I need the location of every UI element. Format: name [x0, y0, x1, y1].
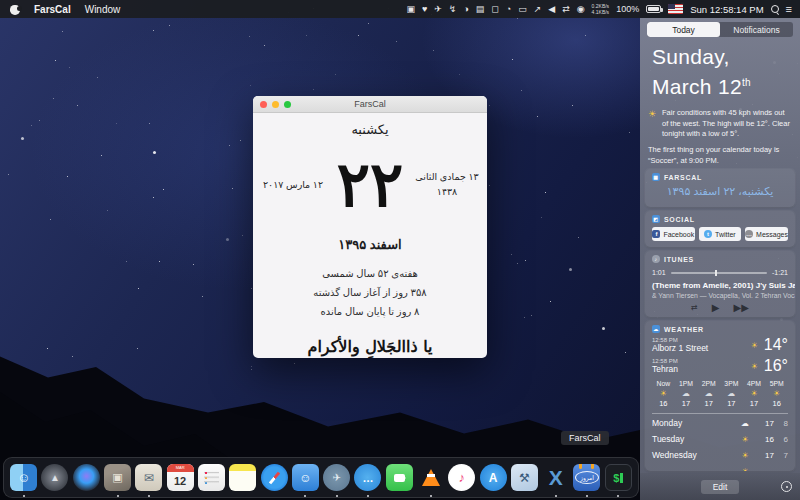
- itunes-progress-bar[interactable]: [671, 272, 767, 274]
- location-icon[interactable]: ↗: [534, 0, 542, 18]
- launchpad-icon: ▲: [41, 464, 68, 491]
- apple-menu-icon[interactable]: [10, 3, 20, 15]
- display-airplay-icon[interactable]: ▭: [518, 0, 527, 18]
- today-date-heading: Sunday, March 12th: [652, 44, 751, 100]
- heart-app-icon[interactable]: ♥: [422, 0, 427, 18]
- messages-icon: …: [745, 230, 753, 238]
- window-titlebar[interactable]: FarsCal: [253, 96, 487, 113]
- dock-item-facetime[interactable]: [385, 462, 414, 494]
- edit-button[interactable]: Edit: [701, 480, 740, 494]
- facebook-share-button[interactable]: fFacebook: [652, 227, 695, 241]
- itunes-progress-thumb[interactable]: [715, 270, 717, 276]
- location-temp: 16°: [764, 357, 788, 375]
- location-name: Alborz 1 Street: [652, 343, 751, 353]
- weather-location-row[interactable]: 12:58 PM Alborz 1 Street ☀ 14°: [652, 336, 788, 354]
- dock-tooltip: FarsCal: [561, 431, 609, 445]
- zoom-button[interactable]: [284, 101, 291, 108]
- dock-item-siri[interactable]: [72, 462, 101, 494]
- dock-item-mail[interactable]: ✉: [134, 462, 163, 494]
- weather-widget: ☁ WEATHER 12:58 PM Alborz 1 Street ☀ 14°…: [645, 321, 795, 471]
- itunes-track-subtitle: & Yann Tiersen — Vocapella, Vol. 2 Tehra…: [652, 292, 788, 299]
- battery-icon[interactable]: [646, 5, 661, 13]
- menu-clock[interactable]: Sun 12:58:14 PM: [690, 4, 763, 15]
- dock-item-xcode[interactable]: ⚒: [510, 462, 539, 494]
- dock-item-notes[interactable]: [228, 462, 257, 494]
- spotlight-search-icon[interactable]: [771, 5, 779, 13]
- weather-location-row[interactable]: 12:58 PM Tehran ☀ 16°: [652, 357, 788, 375]
- dock-item-cube-app[interactable]: ▣: [103, 462, 132, 494]
- dock-item-itunes[interactable]: ♪: [447, 462, 476, 494]
- notification-center-icon[interactable]: ≡: [786, 3, 792, 15]
- box-app-icon[interactable]: ▣: [406, 0, 415, 18]
- eye-icon[interactable]: ◉: [577, 0, 585, 18]
- social-widget-header: SOCIAL: [664, 216, 695, 223]
- dock-item-finder[interactable]: ☺: [9, 462, 38, 494]
- facetime-icon: [386, 464, 413, 491]
- play-icon[interactable]: ▶: [712, 302, 720, 313]
- dock-item-telegram[interactable]: ✈: [322, 462, 351, 494]
- calendar-icon: MAR12: [167, 464, 194, 491]
- fast-forward-icon[interactable]: ▶▶: [734, 302, 749, 313]
- tab-notifications[interactable]: Notifications: [720, 22, 793, 37]
- menu-window[interactable]: Window: [85, 4, 121, 15]
- close-button[interactable]: [260, 101, 267, 108]
- notes-icon: [229, 464, 256, 491]
- dock-item-twitter-app[interactable]: ☺: [291, 462, 320, 494]
- social-widget: ◩ SOCIAL fFacebooktTwitter…Messages: [645, 211, 795, 247]
- social-widget-icon: ◩: [652, 215, 660, 223]
- dock-item-finance-app[interactable]: $: [604, 462, 633, 494]
- dock-item-safari[interactable]: [260, 462, 289, 494]
- contrast-icon[interactable]: ◑: [463, 0, 468, 18]
- twitter-share-button[interactable]: tTwitter: [699, 227, 742, 241]
- dock-item-calendar[interactable]: MAR12: [166, 462, 195, 494]
- hourly-forecast-column: Now☀16: [652, 380, 675, 408]
- sun-icon: ☀: [751, 362, 758, 371]
- dock-item-visual-studio[interactable]: X: [541, 462, 570, 494]
- cube-app-icon: ▣: [104, 464, 131, 491]
- location-name: Tehran: [652, 364, 751, 374]
- clipboard-icon[interactable]: ▤: [476, 0, 485, 18]
- dock-item-app-store[interactable]: A: [479, 462, 508, 494]
- days-passed-line: ۳۵۸ روز از آغاز سال گذشته: [253, 283, 487, 302]
- bag-icon[interactable]: ◻: [491, 0, 498, 18]
- minimize-button[interactable]: [272, 101, 279, 108]
- dock-item-reminders[interactable]: [197, 462, 226, 494]
- network-speed-indicator[interactable]: 0.2KB/s4.1KB/s: [592, 3, 610, 15]
- clock-app-icon[interactable]: ◔: [506, 0, 511, 18]
- daily-forecast-row: Tuesday☀ 166: [652, 431, 788, 447]
- dock-item-launchpad[interactable]: ▲: [40, 462, 69, 494]
- cloud-icon: ☁: [732, 419, 758, 428]
- weather-summary: ☀ Fair conditions with 45 kph winds out …: [648, 108, 792, 140]
- farscal-widget[interactable]: ▦ FARSCAL یکشنبه، ۲۲ اسفند ۱۳۹۵: [645, 169, 795, 207]
- reminders-icon: [198, 464, 225, 491]
- siri-icon: [73, 464, 100, 491]
- dock-item-vlc[interactable]: [416, 462, 445, 494]
- finance-app-icon: $: [605, 464, 632, 491]
- calligraphy-text: یا ذاالجَلالِ والأکرام: [253, 337, 487, 356]
- notification-center-footer: Edit: [640, 473, 800, 500]
- day-number: ۲۲: [337, 154, 404, 216]
- facebook-icon: f: [652, 230, 660, 238]
- messages-share-button[interactable]: …Messages: [745, 227, 788, 241]
- input-language-flag-icon[interactable]: [668, 4, 683, 14]
- plane-app-icon[interactable]: ✈: [434, 0, 442, 18]
- sun-icon: ☀: [732, 467, 758, 472]
- twitter-app-icon: ☺: [292, 464, 319, 491]
- shuffle-icon[interactable]: ⇄: [691, 303, 698, 312]
- notification-center-panel: Today Notifications Sunday, March 12th ☀…: [640, 18, 800, 500]
- volume-icon[interactable]: ◀: [548, 0, 555, 18]
- sun-icon: ☀: [765, 389, 788, 398]
- month-year-label: اسفند ۱۳۹۵: [253, 237, 487, 252]
- sync-arrows-icon[interactable]: ⇄: [562, 0, 570, 18]
- bolt-app-icon[interactable]: ↯: [449, 0, 457, 18]
- menu-app-name[interactable]: FarsCal: [34, 4, 71, 15]
- safari-icon: [261, 464, 288, 491]
- dock-item-farscal[interactable]: امروز: [572, 462, 601, 494]
- dock-item-messages[interactable]: …: [353, 462, 382, 494]
- gear-icon[interactable]: [781, 481, 792, 492]
- messages-icon: …: [354, 464, 381, 491]
- app-store-icon: A: [480, 464, 507, 491]
- sun-icon: ☀: [648, 109, 656, 120]
- visual-studio-icon: X: [542, 464, 569, 491]
- tab-today[interactable]: Today: [647, 22, 720, 37]
